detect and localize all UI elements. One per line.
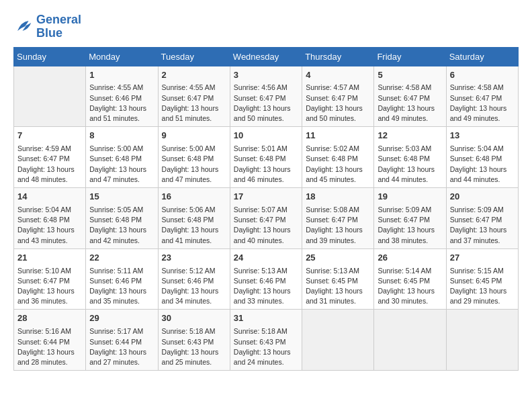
day-number: 13 bbox=[450, 130, 515, 142]
calendar-cell bbox=[14, 66, 86, 127]
logo: General Blue bbox=[13, 13, 81, 40]
calendar-cell: 30Sunrise: 5:18 AMSunset: 6:43 PMDayligh… bbox=[158, 310, 230, 371]
calendar-cell: 16Sunrise: 5:06 AMSunset: 6:48 PMDayligh… bbox=[158, 188, 230, 249]
day-number: 31 bbox=[234, 312, 298, 325]
calendar-cell bbox=[374, 310, 446, 371]
day-info: Daylight: 13 hours bbox=[162, 286, 226, 296]
day-number: 14 bbox=[17, 191, 82, 203]
calendar-cell: 1Sunrise: 4:55 AMSunset: 6:46 PMDaylight… bbox=[86, 66, 158, 127]
day-number: 29 bbox=[89, 312, 154, 325]
day-number: 9 bbox=[162, 130, 226, 142]
calendar-cell: 27Sunrise: 5:15 AMSunset: 6:45 PMDayligh… bbox=[446, 248, 518, 310]
day-info: Daylight: 13 hours bbox=[17, 286, 82, 296]
col-header-wednesday: Wednesday bbox=[230, 47, 302, 66]
day-info: Sunset: 6:44 PM bbox=[17, 337, 82, 347]
day-number: 6 bbox=[450, 69, 515, 82]
day-info: Daylight: 13 hours bbox=[17, 347, 82, 357]
day-info: Daylight: 13 hours bbox=[162, 225, 226, 235]
logo-bird-icon bbox=[13, 17, 34, 37]
day-info: Sunset: 6:47 PM bbox=[306, 215, 370, 225]
day-info: Sunset: 6:47 PM bbox=[17, 154, 82, 164]
calendar-cell: 25Sunrise: 5:13 AMSunset: 6:45 PMDayligh… bbox=[302, 248, 374, 310]
calendar-cell: 24Sunrise: 5:13 AMSunset: 6:46 PMDayligh… bbox=[230, 248, 302, 310]
day-number: 16 bbox=[162, 191, 226, 203]
day-info: Sunrise: 5:00 AM bbox=[89, 144, 154, 154]
day-info: and 39 minutes. bbox=[306, 236, 370, 246]
day-info: and 46 minutes. bbox=[234, 175, 298, 185]
day-info: Sunrise: 4:57 AM bbox=[306, 83, 370, 93]
day-info: Sunrise: 5:11 AM bbox=[89, 266, 154, 276]
day-info: Sunset: 6:48 PM bbox=[89, 215, 154, 225]
day-info: Sunrise: 5:04 AM bbox=[450, 144, 515, 154]
day-info: Sunrise: 4:58 AM bbox=[378, 83, 442, 93]
day-info: Daylight: 13 hours bbox=[89, 286, 154, 296]
day-info: Sunrise: 5:09 AM bbox=[378, 205, 442, 215]
day-number: 27 bbox=[450, 252, 515, 265]
day-info: Sunrise: 5:18 AM bbox=[162, 326, 226, 336]
day-info: Sunset: 6:48 PM bbox=[162, 154, 226, 164]
calendar-cell: 9Sunrise: 5:00 AMSunset: 6:48 PMDaylight… bbox=[158, 127, 230, 188]
day-info: and 44 minutes. bbox=[378, 175, 442, 185]
day-info: and 36 minutes. bbox=[17, 296, 82, 306]
day-info: Sunset: 6:47 PM bbox=[378, 93, 442, 103]
day-info: Daylight: 13 hours bbox=[234, 225, 298, 235]
day-info: and 47 minutes. bbox=[89, 175, 154, 185]
calendar-cell: 8Sunrise: 5:00 AMSunset: 6:48 PMDaylight… bbox=[86, 127, 158, 188]
day-info: Sunset: 6:44 PM bbox=[89, 337, 154, 347]
day-info: Daylight: 13 hours bbox=[234, 103, 298, 113]
day-info: Daylight: 13 hours bbox=[378, 165, 442, 175]
day-info: Sunrise: 5:16 AM bbox=[17, 326, 82, 336]
day-info: Sunset: 6:47 PM bbox=[378, 215, 442, 225]
day-info: Sunrise: 5:15 AM bbox=[450, 266, 515, 276]
day-info: and 51 minutes. bbox=[162, 113, 226, 124]
day-info: and 35 minutes. bbox=[89, 296, 154, 306]
day-info: and 25 minutes. bbox=[162, 357, 226, 367]
col-header-saturday: Saturday bbox=[446, 47, 518, 66]
day-info: and 27 minutes. bbox=[89, 357, 154, 367]
day-info: Sunrise: 5:17 AM bbox=[89, 326, 154, 336]
day-info: Sunset: 6:43 PM bbox=[162, 337, 226, 347]
day-info: Daylight: 13 hours bbox=[162, 103, 226, 113]
day-number: 3 bbox=[234, 69, 298, 82]
calendar-cell: 29Sunrise: 5:17 AMSunset: 6:44 PMDayligh… bbox=[86, 310, 158, 371]
day-number: 2 bbox=[162, 69, 226, 82]
day-info: Sunrise: 5:00 AM bbox=[162, 144, 226, 154]
calendar-cell: 31Sunrise: 5:18 AMSunset: 6:43 PMDayligh… bbox=[230, 310, 302, 371]
calendar-cell: 15Sunrise: 5:05 AMSunset: 6:48 PMDayligh… bbox=[86, 188, 158, 249]
day-info: and 51 minutes. bbox=[89, 113, 154, 124]
day-info: Sunset: 6:48 PM bbox=[89, 154, 154, 164]
day-info: Daylight: 13 hours bbox=[162, 165, 226, 175]
day-info: Daylight: 13 hours bbox=[89, 225, 154, 235]
day-info: Sunrise: 5:01 AM bbox=[234, 144, 298, 154]
day-info: Sunrise: 5:07 AM bbox=[234, 205, 298, 215]
day-info: Sunset: 6:46 PM bbox=[162, 276, 226, 286]
day-info: Sunrise: 5:10 AM bbox=[17, 266, 82, 276]
day-info: Daylight: 13 hours bbox=[378, 103, 442, 113]
day-info: Daylight: 13 hours bbox=[450, 103, 515, 113]
day-number: 30 bbox=[162, 312, 226, 325]
col-header-friday: Friday bbox=[374, 47, 446, 66]
week-row-2: 7Sunrise: 4:59 AMSunset: 6:47 PMDaylight… bbox=[14, 127, 519, 188]
day-info: and 44 minutes. bbox=[450, 175, 515, 185]
day-number: 19 bbox=[378, 191, 442, 203]
day-number: 12 bbox=[378, 130, 442, 142]
day-info: and 41 minutes. bbox=[162, 236, 226, 246]
day-info: Sunset: 6:46 PM bbox=[89, 93, 154, 103]
day-info: Sunset: 6:45 PM bbox=[450, 276, 515, 286]
calendar-cell: 7Sunrise: 4:59 AMSunset: 6:47 PMDaylight… bbox=[14, 127, 86, 188]
day-info: Daylight: 13 hours bbox=[306, 225, 370, 235]
calendar-cell bbox=[302, 310, 374, 371]
day-info: Sunset: 6:47 PM bbox=[17, 276, 82, 286]
day-info: Daylight: 13 hours bbox=[450, 165, 515, 175]
week-row-1: 1Sunrise: 4:55 AMSunset: 6:46 PMDaylight… bbox=[14, 66, 519, 127]
day-info: Daylight: 13 hours bbox=[89, 165, 154, 175]
day-number: 15 bbox=[89, 191, 154, 203]
day-info: Sunrise: 4:55 AM bbox=[89, 83, 154, 93]
calendar-table: SundayMondayTuesdayWednesdayThursdayFrid… bbox=[13, 47, 519, 371]
day-info: Sunrise: 5:12 AM bbox=[162, 266, 226, 276]
day-info: Sunrise: 5:14 AM bbox=[378, 266, 442, 276]
day-number: 11 bbox=[306, 130, 370, 142]
day-info: Daylight: 13 hours bbox=[378, 225, 442, 235]
day-number: 24 bbox=[234, 252, 298, 265]
week-row-3: 14Sunrise: 5:04 AMSunset: 6:48 PMDayligh… bbox=[14, 188, 519, 249]
